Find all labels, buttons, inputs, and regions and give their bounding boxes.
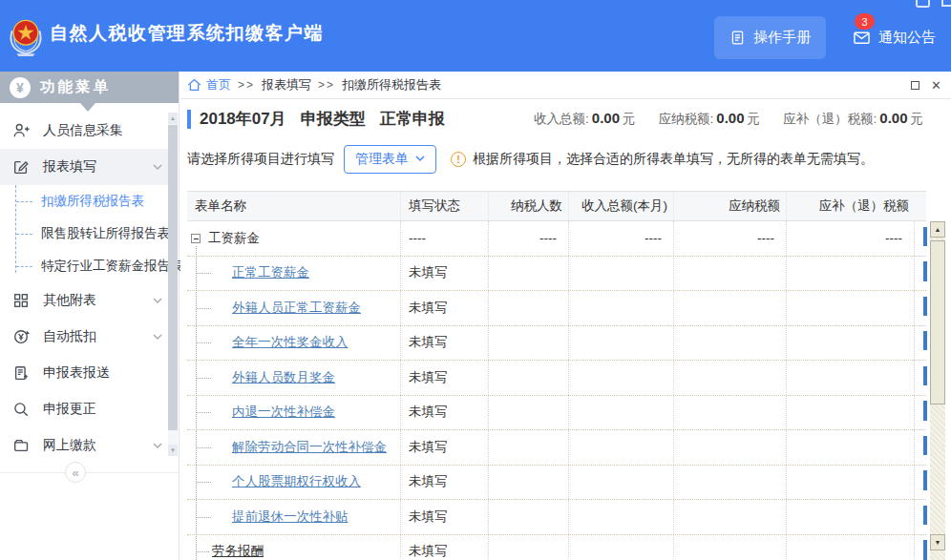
breadcrumb-level1: 报表填写: [262, 76, 311, 93]
tax-bureau-emblem-logo: [6, 15, 46, 59]
cell-income: ----: [569, 221, 674, 256]
column-header: 应补（退）税额: [787, 192, 915, 220]
stat-tax-balance: 应补（退）税额:0.00元: [783, 110, 923, 128]
doc-upload-icon: [12, 364, 30, 382]
tree-connector: [197, 482, 211, 483]
cell-income: [569, 500, 674, 534]
grid-icon: [12, 292, 30, 309]
fill-status: 未填写: [401, 466, 489, 500]
cell-tax: [674, 535, 787, 560]
scroll-down-icon[interactable]: ▼: [168, 445, 178, 456]
notice-button[interactable]: 3 通知公告: [851, 19, 938, 56]
tree-connector: [197, 517, 211, 518]
form-link[interactable]: 提前退休一次性补贴: [232, 508, 349, 526]
cell-tax: [674, 500, 787, 534]
tree-connector: [197, 342, 211, 343]
period-month: 2018年07月: [200, 108, 286, 130]
fill-status: ----: [401, 221, 489, 256]
table-row: 提前退休一次性补贴未填写: [187, 500, 926, 535]
cell-balance: [787, 535, 915, 560]
home-icon: [187, 78, 201, 92]
app-title: 自然人税收管理系统扣缴客户端: [50, 21, 324, 46]
form-link[interactable]: 劳务报酬: [212, 543, 264, 560]
scroll-up-icon[interactable]: ▲: [168, 113, 178, 124]
sidebar-header: ¥ 功能菜单: [0, 72, 179, 103]
sidebar-item[interactable]: 其他附表: [0, 282, 168, 319]
fill-status: 未填写: [401, 500, 489, 534]
sidebar-subitem[interactable]: 限售股转让所得报告表: [0, 218, 168, 250]
sidebar-scrollbar-thumb[interactable]: [168, 125, 178, 430]
mail-icon: [853, 30, 871, 46]
collapse-expander-icon[interactable]: [191, 234, 201, 243]
form-link[interactable]: 内退一次性补偿金: [232, 404, 335, 421]
sidebar-item[interactable]: 自动抵扣: [0, 319, 168, 355]
sidebar-divider: [0, 472, 179, 473]
cell-income: [569, 430, 674, 465]
cell-balance: [787, 257, 915, 291]
table-row: 全年一次性奖金收入未填写: [187, 326, 926, 362]
form-link[interactable]: 全年一次性奖金收入: [232, 334, 349, 351]
cell-tax: ----: [674, 221, 787, 256]
sidebar-subitem-label: 特定行业工资薪金报告表: [41, 258, 183, 275]
sidebar: ¥ 功能菜单 人员信息采集报表填写扣缴所得税报告表限售股转让所得报告表特定行业工…: [0, 72, 180, 560]
sidebar-subitem[interactable]: 特定行业工资薪金报告表: [0, 250, 168, 282]
tree-connector: [197, 378, 211, 379]
sidebar-subitem[interactable]: 扣缴所得税报告表: [0, 185, 168, 218]
scroll-down-icon[interactable]: ▼: [930, 534, 945, 550]
cell-taxpayers: [489, 500, 569, 534]
breadcrumb-separator: >>: [238, 78, 255, 92]
title-accent-bar: [187, 110, 191, 129]
manage-forms-button[interactable]: 管理表单: [344, 145, 436, 174]
table-row: 个人股票期权行权收入未填写: [187, 466, 926, 501]
declare-type-value: 正常申报: [380, 108, 445, 130]
manage-forms-label: 管理表单: [355, 151, 409, 168]
form-link[interactable]: 个人股票期权行权收入: [232, 473, 361, 490]
form-link[interactable]: 解除劳动合同一次性补偿金: [232, 439, 387, 456]
cell-balance: [787, 291, 915, 325]
cell-tax: [674, 257, 787, 291]
table-header-row: 表单名称填写状态纳税人数收入总额(本月)应纳税额应补（退）税额: [187, 191, 926, 221]
table-edge-dashes: [923, 227, 927, 560]
close-icon[interactable]: ✕: [931, 79, 941, 92]
tree-connector: [197, 551, 209, 552]
cell-tax: [674, 430, 787, 465]
breadcrumb-level2: 扣缴所得税报告表: [342, 76, 441, 93]
table-row: 外籍人员正常工资薪金未填写: [187, 291, 926, 326]
cell-taxpayers: [489, 396, 569, 430]
table-scrollbar-thumb[interactable]: [930, 240, 945, 404]
fill-status: 未填写: [401, 430, 489, 465]
info-warning-icon: !: [451, 152, 466, 167]
scroll-up-icon[interactable]: ▲: [930, 221, 945, 238]
sidebar-subitem-label: 限售股转让所得报告表: [41, 225, 170, 242]
search-icon: [12, 401, 30, 418]
select-hint-text: 请选择所得项目进行填写: [187, 151, 334, 168]
form-group-name: 工资薪金: [208, 230, 260, 247]
sidebar-scrollbar[interactable]: ▲ ▼: [168, 113, 178, 456]
sidebar-item[interactable]: 报表填写: [0, 149, 168, 185]
form-link[interactable]: 外籍人员正常工资薪金: [232, 300, 361, 317]
sidebar-item-label: 自动抵扣: [43, 328, 96, 345]
forms-table: 表单名称填写状态纳税人数收入总额(本月)应纳税额应补（退）税额 工资薪金----…: [187, 191, 926, 560]
form-link[interactable]: 正常工资薪金: [232, 264, 309, 281]
fill-status: 未填写: [401, 535, 489, 560]
cell-income: [569, 396, 674, 430]
maximize-icon[interactable]: [911, 81, 919, 90]
manual-button[interactable]: 操作手册: [714, 16, 826, 59]
cell-tax: [674, 326, 787, 361]
app-window: 自然人税收管理系统扣缴客户端 操作手册 3 通知公告 ¥ 功能菜单: [0, 0, 951, 560]
cell-balance: ----: [787, 221, 915, 256]
sidebar-item-label: 申报表报送: [43, 364, 110, 382]
form-link[interactable]: 外籍人员数月奖金: [232, 369, 335, 386]
sidebar-collapse-button[interactable]: «: [65, 462, 86, 483]
table-row: 劳务报酬未填写: [187, 535, 926, 560]
cell-income: [569, 291, 674, 325]
sidebar-item[interactable]: 申报更正: [0, 391, 168, 427]
sidebar-item[interactable]: 网上缴款: [0, 427, 168, 464]
sidebar-item[interactable]: 人员信息采集: [0, 113, 168, 149]
table-scrollbar[interactable]: ▲ ▼: [930, 221, 945, 560]
sidebar-item[interactable]: 申报表报送: [0, 355, 168, 391]
cell-taxpayers: [489, 466, 569, 500]
breadcrumb-home-link[interactable]: 首页: [206, 76, 231, 93]
sidebar-item-label: 其他附表: [43, 292, 96, 309]
column-header: 表单名称: [187, 192, 401, 220]
